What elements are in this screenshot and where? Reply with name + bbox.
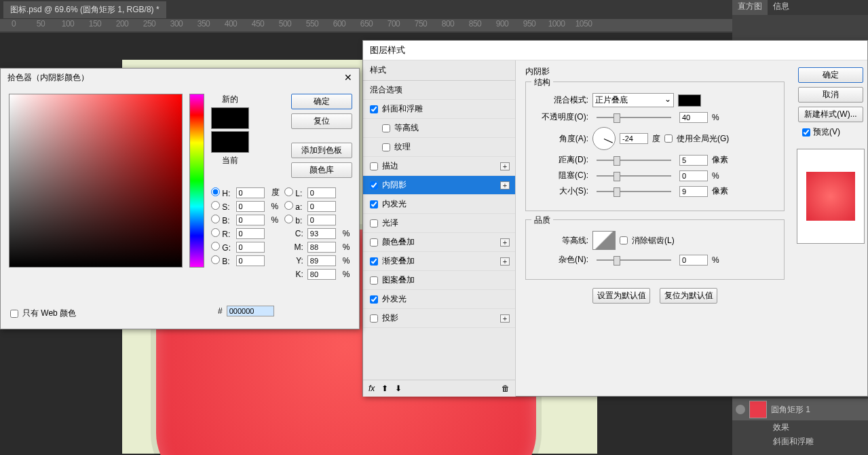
- stroke-checkbox[interactable]: [370, 162, 378, 170]
- gradient-overlay-checkbox[interactable]: [370, 257, 378, 266]
- r-radio[interactable]: [211, 228, 220, 237]
- opacity-input[interactable]: [679, 112, 708, 123]
- visibility-icon[interactable]: [736, 405, 745, 414]
- m-input[interactable]: [307, 242, 336, 253]
- choke-input[interactable]: [679, 170, 708, 181]
- k-input[interactable]: [307, 269, 336, 280]
- fx-icon[interactable]: fx: [369, 384, 375, 393]
- close-icon[interactable]: ✕: [344, 72, 352, 84]
- distance-input[interactable]: [679, 155, 708, 166]
- h-radio[interactable]: [211, 187, 220, 196]
- l-input[interactable]: [307, 187, 336, 198]
- blend-mode-select[interactable]: 正片叠底⌄: [592, 93, 674, 107]
- noise-slider[interactable]: [597, 259, 671, 261]
- bevel-checkbox[interactable]: [370, 105, 378, 113]
- row-texture[interactable]: 纹理: [363, 138, 515, 157]
- inner-shadow-checkbox[interactable]: [370, 181, 378, 189]
- angle-input[interactable]: [620, 133, 648, 144]
- g-input[interactable]: [236, 242, 265, 253]
- row-stroke[interactable]: 描边+: [363, 157, 515, 176]
- new-color-swatch[interactable]: [211, 107, 249, 129]
- row-bevel[interactable]: 斜面和浮雕: [363, 100, 515, 119]
- a-input[interactable]: [307, 201, 336, 212]
- layer-fx-bevel[interactable]: 斜面和浮雕: [732, 435, 868, 449]
- hex-prefix: #: [218, 306, 223, 316]
- row-blend-options[interactable]: 混合选项: [363, 81, 515, 100]
- web-colors-checkbox[interactable]: [10, 310, 18, 318]
- l-radio[interactable]: [284, 187, 293, 196]
- color-field[interactable]: [9, 94, 183, 268]
- plus-icon[interactable]: +: [500, 181, 510, 189]
- contour-checkbox[interactable]: [382, 124, 390, 132]
- arrow-down-icon[interactable]: ⬇: [395, 384, 402, 393]
- plus-icon[interactable]: +: [500, 314, 510, 323]
- arrow-up-icon[interactable]: ⬆: [381, 384, 388, 393]
- tab-info[interactable]: 信息: [768, 0, 795, 15]
- r-input[interactable]: [236, 228, 265, 239]
- plus-icon[interactable]: +: [500, 257, 510, 266]
- add-swatch-button[interactable]: 添加到色板: [291, 143, 352, 158]
- b-radio[interactable]: [211, 215, 220, 223]
- row-inner-glow[interactable]: 内发光: [363, 195, 515, 214]
- styles-header[interactable]: 样式: [363, 60, 515, 81]
- row-gradient-overlay[interactable]: 渐变叠加+: [363, 252, 515, 271]
- new-style-button[interactable]: 新建样式(W)...: [798, 107, 863, 122]
- color-overlay-checkbox[interactable]: [370, 238, 378, 247]
- ok-button[interactable]: 确定: [798, 67, 863, 83]
- contour-picker[interactable]: [592, 231, 616, 250]
- cp-ok-button[interactable]: 确定: [291, 94, 352, 109]
- row-satin[interactable]: 光泽: [363, 214, 515, 233]
- anti-alias-checkbox[interactable]: [620, 236, 628, 244]
- size-slider[interactable]: [597, 191, 671, 192]
- rgb-b-radio[interactable]: [211, 255, 220, 264]
- lab-b-input[interactable]: [307, 215, 336, 225]
- preview-checkbox[interactable]: [802, 128, 810, 136]
- satin-checkbox[interactable]: [370, 219, 378, 228]
- layer-row-selected[interactable]: 圆角矩形 1: [732, 399, 868, 420]
- row-contour[interactable]: 等高线: [363, 119, 515, 138]
- shadow-color-swatch[interactable]: [678, 94, 701, 107]
- layer-fx-effects[interactable]: 效果: [732, 420, 868, 435]
- h-input[interactable]: [236, 187, 265, 198]
- row-color-overlay[interactable]: 颜色叠加+: [363, 233, 515, 252]
- distance-slider[interactable]: [597, 160, 671, 161]
- g-radio[interactable]: [211, 242, 220, 251]
- hex-input[interactable]: [227, 306, 274, 316]
- drop-shadow-checkbox[interactable]: [370, 314, 378, 323]
- trash-icon[interactable]: 🗑: [502, 384, 510, 393]
- make-default-button[interactable]: 设置为默认值: [592, 288, 650, 304]
- b-input[interactable]: [236, 215, 265, 225]
- reset-default-button[interactable]: 复位为默认值: [660, 288, 717, 304]
- row-pattern-overlay[interactable]: 图案叠加: [363, 271, 515, 290]
- hue-slider[interactable]: [189, 94, 204, 268]
- outer-glow-checkbox[interactable]: [370, 295, 378, 304]
- plus-icon[interactable]: +: [500, 162, 510, 170]
- noise-input[interactable]: [679, 255, 708, 266]
- pattern-overlay-checkbox[interactable]: [370, 276, 378, 285]
- plus-icon[interactable]: +: [500, 238, 510, 247]
- a-radio[interactable]: [284, 201, 293, 210]
- tab-histogram[interactable]: 直方图: [732, 0, 768, 15]
- row-outer-glow[interactable]: 外发光: [363, 290, 515, 309]
- row-drop-shadow[interactable]: 投影+: [363, 309, 515, 328]
- size-input[interactable]: [679, 186, 708, 197]
- cancel-button[interactable]: 取消: [798, 87, 863, 103]
- choke-slider[interactable]: [597, 175, 671, 177]
- opacity-slider[interactable]: [597, 117, 671, 118]
- document-tab[interactable]: 图标.psd @ 69.6% (圆角矩形 1, RGB/8) *: [3, 1, 166, 18]
- c-input[interactable]: [307, 228, 336, 239]
- s-radio[interactable]: [211, 201, 220, 210]
- cp-reset-button[interactable]: 复位: [291, 113, 352, 129]
- global-light-checkbox[interactable]: [664, 134, 673, 143]
- layer-thumbnail[interactable]: [749, 401, 767, 418]
- lab-b-radio[interactable]: [284, 215, 293, 223]
- current-color-swatch[interactable]: [211, 131, 249, 153]
- s-input[interactable]: [236, 201, 265, 212]
- angle-dial[interactable]: [592, 127, 616, 150]
- y-input[interactable]: [307, 255, 336, 266]
- row-inner-shadow[interactable]: 内阴影+: [363, 176, 515, 195]
- rgb-b-input[interactable]: [236, 255, 265, 266]
- inner-glow-checkbox[interactable]: [370, 200, 378, 208]
- color-libraries-button[interactable]: 颜色库: [291, 162, 352, 178]
- texture-checkbox[interactable]: [382, 143, 390, 151]
